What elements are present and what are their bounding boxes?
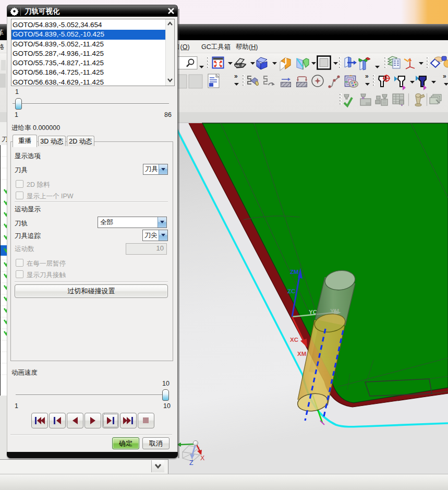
svg-text:»: »	[443, 73, 446, 80]
svg-text:»: »	[234, 73, 238, 80]
svg-text:»: »	[365, 73, 369, 80]
